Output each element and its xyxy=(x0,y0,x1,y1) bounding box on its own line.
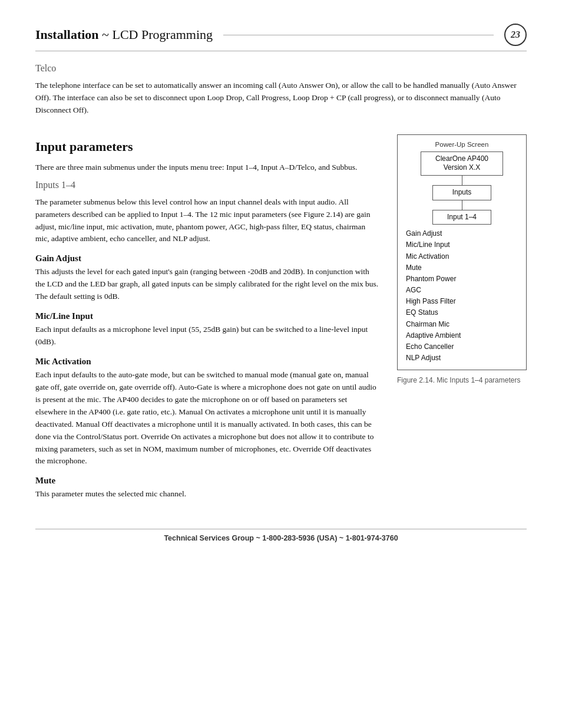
diagram-caption: Figure 2.14. Mic Inputs 1–4 parameters xyxy=(397,376,527,384)
list-item: NLP Adjust xyxy=(406,353,518,364)
diagram-box: Power-Up Screen ClearOne AP400Version X.… xyxy=(397,134,527,371)
inputs-1-4-heading: Inputs 1–4 xyxy=(35,180,379,190)
page-header: Installation ~ LCD Programming 23 xyxy=(35,24,527,51)
mic-line-input-heading: Mic/Line Input xyxy=(35,311,379,321)
gain-adjust-heading: Gain Adjust xyxy=(35,253,379,263)
list-item: Mic Activation xyxy=(406,251,518,262)
diagram-node-input14: Input 1–4 xyxy=(432,210,491,225)
mic-line-input-body: Each input defaults as a microphone leve… xyxy=(35,324,379,348)
left-column: Input parameters There are three main su… xyxy=(35,129,379,506)
list-item: Phantom Power xyxy=(406,274,518,285)
mic-activation-body: Each input defaults to the auto-gate mod… xyxy=(35,369,379,467)
list-item: Gain Adjust xyxy=(406,228,518,239)
page-number-badge: 23 xyxy=(504,24,527,46)
list-item: Chairman Mic xyxy=(406,319,518,330)
list-item: High Pass Filter xyxy=(406,296,518,307)
inputs-1-4-intro: The parameter submenus below this level … xyxy=(35,196,379,246)
list-item: Echo Canceller xyxy=(406,341,518,353)
diagram-list: Gain Adjust Mic/Line Input Mic Activatio… xyxy=(406,228,518,364)
page: Installation ~ LCD Programming 23 Telco … xyxy=(0,0,562,728)
telco-body: The telephone interface can be set to au… xyxy=(35,80,527,117)
gain-adjust-body: This adjusts the level for each gated in… xyxy=(35,266,379,303)
list-item: Mute xyxy=(406,262,518,274)
footer-text: Technical Services Group ~ 1-800-283-593… xyxy=(164,534,398,542)
list-item: Mic/Line Input xyxy=(406,239,518,251)
diagram-clearone-text: ClearOne AP400Version X.X xyxy=(435,154,488,172)
header-title: Installation ~ LCD Programming xyxy=(35,27,213,42)
header-line xyxy=(223,35,494,35)
header-separator: ~ xyxy=(99,27,113,42)
diagram-connector-1 xyxy=(406,176,518,185)
mute-heading: Mute xyxy=(35,476,379,486)
right-column: Power-Up Screen ClearOne AP400Version X.… xyxy=(397,129,527,506)
header-title-sub: LCD Programming xyxy=(113,27,213,42)
page-number: 23 xyxy=(511,29,520,40)
list-item: Adaptive Ambient xyxy=(406,330,518,341)
telco-heading: Telco xyxy=(35,63,527,74)
input-parameters-intro: There are three main submenus under the … xyxy=(35,162,379,174)
mute-body: This parameter mutes the selected mic ch… xyxy=(35,488,379,500)
main-content: Input parameters There are three main su… xyxy=(35,129,527,506)
diagram-node-clearone: ClearOne AP400Version X.X xyxy=(421,151,503,176)
diagram-label-top: Power-Up Screen xyxy=(406,141,518,148)
list-item: AGC xyxy=(406,285,518,296)
diagram-node-inputs: Inputs xyxy=(432,185,491,200)
mic-activation-heading: Mic Activation xyxy=(35,357,379,367)
page-footer: Technical Services Group ~ 1-800-283-593… xyxy=(35,529,527,542)
telco-section: Telco The telephone interface can be set… xyxy=(35,63,527,117)
input-parameters-heading: Input parameters xyxy=(35,139,379,154)
list-item: EQ Status xyxy=(406,307,518,318)
diagram-connector-2 xyxy=(406,200,518,210)
header-title-main: Installation xyxy=(35,27,99,42)
